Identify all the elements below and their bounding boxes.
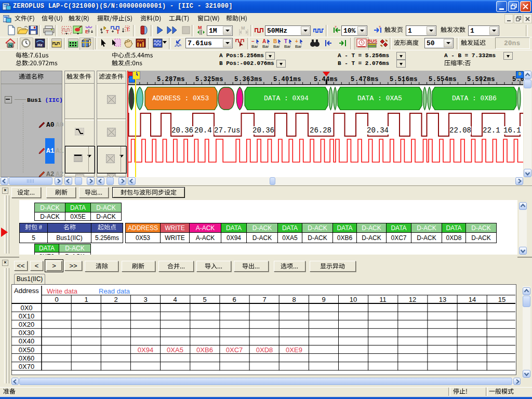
svg-text:N: N [9,43,12,48]
svg-text:Bar: Bar [262,44,269,48]
svg-text:BUS: BUS [367,38,377,44]
svg-text:Bar: Bar [273,44,280,48]
svg-text:E: E [85,29,88,34]
svg-text:A: A [262,38,266,44]
svg-text:T: T [116,29,119,35]
svg-text:T: T [126,26,129,32]
svg-text:T: T [335,25,337,29]
svg-text:T: T [284,38,287,44]
svg-text:Bar: Bar [284,44,291,48]
svg-text:T: T [379,25,381,29]
svg-text:Bar: Bar [295,44,302,48]
svg-text:+: + [295,38,298,44]
svg-text:M: M [241,25,245,31]
svg-text:T: T [106,29,109,34]
svg-text:M: M [198,25,202,30]
svg-text:Bar: Bar [251,44,258,48]
svg-text:–: – [251,38,255,44]
svg-text:Hz: Hz [37,43,43,47]
svg-text:B: B [273,38,277,44]
